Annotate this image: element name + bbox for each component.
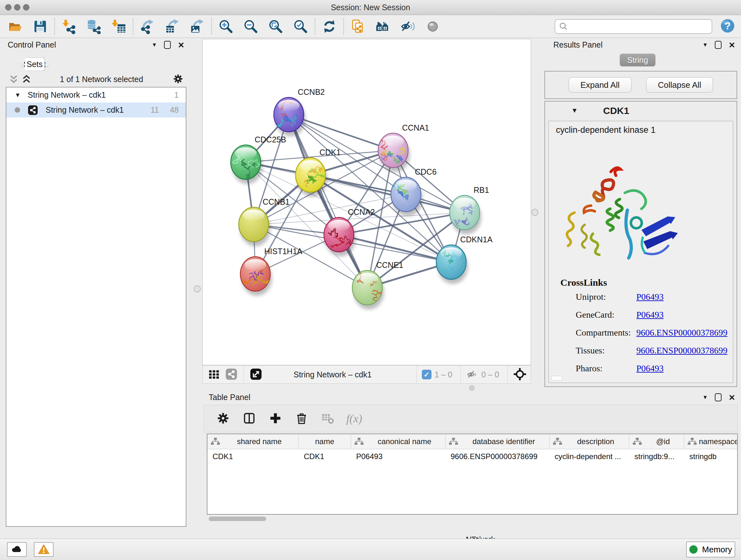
node-CCNB1[interactable]: CCNB1 bbox=[239, 197, 290, 246]
cloud-button[interactable] bbox=[7, 542, 27, 557]
minimize-window-icon[interactable] bbox=[14, 4, 20, 10]
network-options-button[interactable] bbox=[172, 73, 185, 85]
warnings-button[interactable] bbox=[34, 542, 54, 557]
panel-menu-icon[interactable]: ▼ bbox=[702, 41, 708, 49]
toolbar-groups bbox=[5, 17, 443, 36]
protein-card-header[interactable]: ▼ CDK1 bbox=[545, 102, 737, 121]
save-session-button[interactable] bbox=[30, 17, 51, 36]
delete-table-button[interactable] bbox=[320, 411, 335, 426]
network-overview-button[interactable] bbox=[224, 368, 239, 381]
crosslink-link[interactable]: P06493 bbox=[636, 292, 664, 302]
open-session-button[interactable] bbox=[5, 17, 25, 36]
table-options-button[interactable] bbox=[215, 411, 231, 426]
close-panel-icon[interactable]: ✕ bbox=[729, 41, 735, 49]
zoom-selected-button[interactable] bbox=[290, 17, 311, 36]
import-table-file-button[interactable] bbox=[109, 17, 129, 36]
float-panel-icon[interactable] bbox=[164, 41, 171, 49]
node-CDC6[interactable]: CDC6 bbox=[387, 167, 436, 216]
help-button[interactable] bbox=[719, 18, 736, 35]
network-canvas[interactable]: CCNB2CCNA1CDC25BCDK1CDC6RB1CCNB1CCNA2CDK… bbox=[202, 39, 531, 365]
network-graph[interactable]: CCNB2CCNA1CDC25BCDK1CDC6RB1CCNB1CCNA2CDK… bbox=[203, 39, 531, 365]
import-network-database-button[interactable] bbox=[84, 17, 104, 36]
close-panel-icon[interactable]: ✕ bbox=[178, 41, 185, 49]
import-network-file-button[interactable] bbox=[59, 17, 79, 36]
selected-checkbox[interactable]: ✓ bbox=[422, 370, 431, 379]
export-image-button[interactable] bbox=[187, 17, 207, 36]
results-panel: Results Panel ▼ ✕ String Expand All Coll… bbox=[539, 39, 741, 391]
export-table-button[interactable] bbox=[162, 17, 183, 36]
copy-style-button[interactable] bbox=[348, 17, 368, 36]
close-window-icon[interactable] bbox=[5, 4, 11, 10]
selection-status: 1 of 1 Network selected bbox=[31, 75, 172, 84]
tree-expand-icon[interactable]: ▼ bbox=[15, 91, 21, 99]
table-body: CDK1CDK1P064939606.ENSP00000378699cyclin… bbox=[207, 449, 737, 464]
crosslink-link[interactable]: 9606.ENSP00000378699 bbox=[636, 346, 727, 355]
right-splitter-handle[interactable] bbox=[531, 209, 538, 216]
zoom-fit-button[interactable] bbox=[266, 17, 286, 36]
float-panel-icon[interactable] bbox=[715, 41, 722, 49]
node-CCNB2[interactable]: CCNB2 bbox=[274, 87, 325, 136]
node-RB1[interactable]: RB1 bbox=[450, 186, 489, 234]
crosslink-link[interactable]: 9606.ENSP00000378699 bbox=[636, 327, 727, 337]
table-row[interactable]: CDK1CDK1P064939606.ENSP00000378699cyclin… bbox=[207, 449, 737, 464]
node-CCNA1[interactable]: CCNA1 bbox=[378, 123, 429, 172]
zoom-out-button[interactable] bbox=[241, 17, 261, 36]
crosslink-link[interactable]: P06493 bbox=[636, 310, 664, 320]
node-HIST1H1A[interactable]: HIST1H1A bbox=[240, 247, 302, 296]
protein-card-body: cyclin-dependent kinase 1 bbox=[548, 121, 733, 383]
column-header-canonical-name[interactable]: canonical name bbox=[351, 434, 446, 449]
column-header-description[interactable]: description bbox=[549, 434, 629, 449]
expand-all-button[interactable]: Expand All bbox=[569, 77, 631, 92]
panel-menu-icon[interactable]: ▼ bbox=[702, 394, 708, 401]
fit-selected-button[interactable] bbox=[513, 368, 527, 381]
search-input[interactable] bbox=[569, 20, 709, 33]
table-horizontal-scrollbar bbox=[207, 516, 737, 522]
show-networks-home-button[interactable] bbox=[373, 17, 393, 36]
results-scrollbar[interactable] bbox=[551, 376, 562, 381]
delete-column-button[interactable] bbox=[294, 411, 309, 426]
help-icon bbox=[720, 18, 735, 34]
zoom-window-icon[interactable] bbox=[23, 4, 29, 10]
table-toolbar: f(x) bbox=[204, 405, 738, 432]
render-preview-button[interactable] bbox=[422, 17, 443, 36]
zoom-in-button[interactable] bbox=[216, 17, 236, 36]
column-header-namespace[interactable]: namespace bbox=[684, 434, 738, 449]
export-network-button[interactable] bbox=[137, 17, 158, 36]
search-box[interactable] bbox=[555, 19, 712, 34]
node-CDKN1A[interactable]: CDKN1A bbox=[436, 235, 493, 284]
collapse-all-icon[interactable] bbox=[9, 74, 18, 84]
refresh-layout-button[interactable] bbox=[319, 17, 340, 36]
show-columns-button[interactable] bbox=[242, 411, 257, 426]
column-header--id[interactable]: @id bbox=[629, 434, 684, 449]
horizontal-splitter-handle[interactable] bbox=[469, 385, 475, 391]
network-row-selected[interactable]: String Network – cdk1 11 48 bbox=[6, 103, 186, 118]
close-panel-icon[interactable]: ✕ bbox=[729, 394, 735, 401]
collapse-card-icon[interactable]: ▼ bbox=[571, 107, 578, 114]
column-header-name[interactable]: name bbox=[299, 434, 351, 449]
left-splitter-handle[interactable] bbox=[194, 286, 201, 293]
node-label-CDK1: CDK1 bbox=[320, 148, 341, 157]
node-CCNE1[interactable]: CCNE1 bbox=[352, 260, 403, 309]
memory-button[interactable]: Memory bbox=[686, 542, 735, 557]
node-label-CDKN1A: CDKN1A bbox=[460, 235, 493, 244]
expand-all-icon[interactable] bbox=[22, 74, 31, 84]
network-collection-row[interactable]: ▼ String Network – cdk1 1 bbox=[6, 87, 186, 103]
detach-view-button[interactable] bbox=[249, 368, 263, 381]
collapse-all-button[interactable]: Collapse All bbox=[646, 77, 713, 92]
float-panel-icon[interactable] bbox=[715, 393, 722, 401]
hidden-eye-icon[interactable] bbox=[466, 368, 478, 381]
tab-string[interactable]: String bbox=[620, 54, 656, 66]
column-header-shared-name[interactable]: shared name bbox=[207, 434, 299, 449]
toolbar-group bbox=[137, 17, 207, 36]
column-header-database-identifier[interactable]: database identifier bbox=[446, 434, 549, 449]
hide-selected-button[interactable] bbox=[398, 17, 418, 36]
scrollbar-thumb[interactable] bbox=[209, 516, 266, 521]
tab-sets[interactable]: Sets bbox=[25, 57, 45, 71]
network-status-dot bbox=[15, 107, 20, 113]
panel-menu-icon[interactable]: ▼ bbox=[151, 41, 157, 49]
birdseye-grid-button[interactable] bbox=[207, 368, 221, 381]
network-icon bbox=[27, 105, 39, 116]
create-column-button[interactable] bbox=[268, 411, 283, 426]
node-label-CDC25B: CDC25B bbox=[255, 135, 286, 144]
crosslink-link[interactable]: P06493 bbox=[636, 363, 664, 373]
